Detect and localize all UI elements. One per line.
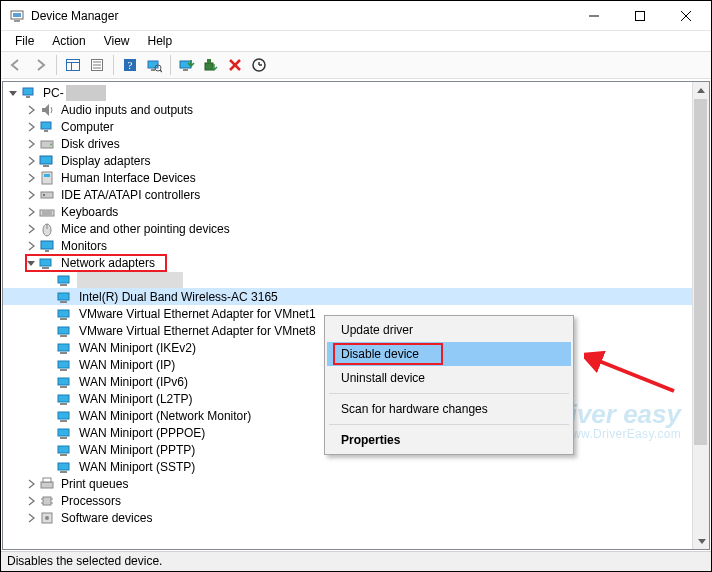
svg-rect-27 [23, 88, 33, 95]
category-row[interactable]: Software devices [3, 509, 709, 526]
menu-file[interactable]: File [7, 32, 42, 50]
category-icon [39, 204, 55, 220]
chevron-right-icon[interactable] [25, 138, 37, 150]
maximize-button[interactable] [617, 1, 663, 30]
forward-button[interactable] [29, 54, 51, 76]
category-network-adapters[interactable]: Network adapters [3, 254, 709, 271]
menu-action[interactable]: Action [44, 32, 93, 50]
minimize-button[interactable] [571, 1, 617, 30]
chevron-down-icon[interactable] [25, 257, 37, 269]
chevron-right-icon[interactable] [25, 512, 37, 524]
category-icon [39, 136, 55, 152]
chevron-right-icon[interactable] [25, 172, 37, 184]
toolbar: ? [1, 51, 711, 79]
chevron-right-icon[interactable] [25, 240, 37, 252]
help-icon[interactable]: ? [119, 54, 141, 76]
scan-hardware-icon[interactable] [143, 54, 165, 76]
chevron-right-icon[interactable] [25, 121, 37, 133]
chevron-right-icon[interactable] [25, 206, 37, 218]
menu-help[interactable]: Help [140, 32, 181, 50]
device-row[interactable]: Intel(R) Dual Band Wireless-AC 3165 [3, 288, 709, 305]
category-row[interactable]: Monitors [3, 237, 709, 254]
svg-rect-23 [207, 59, 211, 63]
category-icon [39, 238, 55, 254]
category-label: Computer [59, 119, 116, 135]
category-row[interactable]: Keyboards [3, 203, 709, 220]
network-adapter-icon [57, 272, 73, 288]
svg-rect-73 [43, 478, 51, 482]
uninstall-device-icon[interactable] [200, 54, 222, 76]
category-label: Display adapters [59, 153, 152, 169]
category-label: Monitors [59, 238, 109, 254]
category-row[interactable]: Mice and other pointing devices [3, 220, 709, 237]
network-adapter-icon [57, 289, 73, 305]
svg-rect-46 [40, 259, 51, 266]
network-adapter-icon [57, 374, 73, 390]
category-icon [39, 493, 55, 509]
scroll-down-button[interactable] [693, 532, 710, 549]
close-button[interactable] [663, 1, 709, 30]
svg-rect-71 [60, 471, 67, 473]
svg-rect-45 [45, 250, 49, 252]
network-adapter-icon [57, 357, 73, 373]
category-row[interactable]: Display adapters [3, 152, 709, 169]
category-row[interactable]: Disk drives [3, 135, 709, 152]
chevron-right-icon[interactable] [25, 223, 37, 235]
svg-rect-49 [60, 284, 67, 286]
scroll-thumb[interactable] [694, 99, 707, 445]
cm-properties[interactable]: Properties [327, 428, 571, 452]
network-adapter-icon [57, 425, 73, 441]
chevron-right-icon[interactable] [25, 189, 37, 201]
device-label: VMware Virtual Ethernet Adapter for VMne… [77, 306, 318, 322]
svg-rect-1 [13, 13, 21, 17]
show-hide-console-icon[interactable] [62, 54, 84, 76]
category-label: Print queues [59, 476, 130, 492]
properties-icon[interactable] [86, 54, 108, 76]
category-row[interactable]: Audio inputs and outputs [3, 101, 709, 118]
chevron-down-icon[interactable] [7, 87, 19, 99]
category-row[interactable]: Computer [3, 118, 709, 135]
chevron-right-icon[interactable] [25, 478, 37, 490]
scrollbar[interactable] [692, 82, 709, 549]
svg-rect-28 [26, 96, 30, 98]
cm-uninstall-device[interactable]: Uninstall device [327, 366, 571, 390]
cm-scan-hardware[interactable]: Scan for hardware changes [327, 397, 571, 421]
category-row[interactable]: IDE ATA/ATAPI controllers [3, 186, 709, 203]
svg-rect-64 [58, 412, 69, 419]
network-adapter-icon [57, 459, 73, 475]
svg-rect-4 [636, 11, 645, 20]
device-row[interactable]: WAN Miniport (SSTP) [3, 458, 709, 475]
category-icon [39, 102, 55, 118]
svg-rect-72 [41, 482, 53, 488]
svg-rect-69 [60, 454, 67, 456]
device-row[interactable]: xxxxxxxxxxxxxx [3, 271, 709, 288]
tree-root[interactable]: PC- xx [3, 84, 709, 101]
category-row[interactable]: Human Interface Devices [3, 169, 709, 186]
category-row[interactable]: Processors [3, 492, 709, 509]
svg-rect-21 [183, 69, 188, 71]
category-icon [39, 476, 55, 492]
svg-rect-17 [151, 69, 155, 71]
svg-rect-66 [58, 429, 69, 436]
svg-rect-29 [41, 122, 51, 129]
category-label: Audio inputs and outputs [59, 102, 195, 118]
cm-update-driver[interactable]: Update driver [327, 318, 571, 342]
chevron-right-icon[interactable] [25, 104, 37, 116]
enable-device-icon[interactable] [248, 54, 270, 76]
update-driver-icon[interactable] [176, 54, 198, 76]
svg-rect-48 [58, 276, 69, 283]
chevron-right-icon[interactable] [25, 155, 37, 167]
chevron-right-icon[interactable] [25, 495, 37, 507]
device-label: WAN Miniport (IKEv2) [77, 340, 198, 356]
svg-rect-63 [60, 403, 67, 405]
menu-view[interactable]: View [96, 32, 138, 50]
category-row[interactable]: Print queues [3, 475, 709, 492]
cm-disable-device[interactable]: Disable device [327, 342, 571, 366]
scroll-up-button[interactable] [693, 82, 709, 99]
svg-rect-59 [60, 369, 67, 371]
disable-device-icon[interactable] [224, 54, 246, 76]
back-button[interactable] [5, 54, 27, 76]
category-label: Keyboards [59, 204, 120, 220]
category-icon [39, 153, 55, 169]
menubar: File Action View Help [1, 31, 711, 51]
